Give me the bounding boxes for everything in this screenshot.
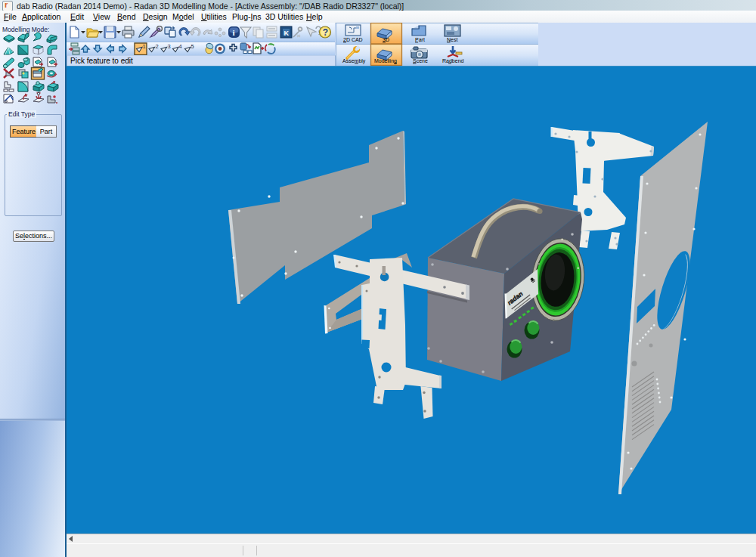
svg-text:3D: 3D: [383, 37, 389, 42]
svg-text:Assembly: Assembly: [342, 58, 366, 64]
svg-text:4: 4: [179, 43, 182, 50]
svg-text:?: ?: [323, 27, 328, 38]
svg-text:2D CAD: 2D CAD: [343, 37, 363, 42]
svg-text:Nest: Nest: [447, 37, 457, 42]
svg-text:K: K: [284, 29, 290, 37]
svg-text:Part: Part: [415, 37, 425, 42]
svg-text:Scene: Scene: [413, 58, 428, 63]
svg-text:i: i: [233, 28, 235, 37]
svg-text:5: 5: [191, 43, 194, 50]
svg-text:2: 2: [156, 43, 159, 50]
svg-text:Modelling: Modelling: [374, 58, 397, 64]
svg-text:Radbend: Radbend: [442, 58, 464, 63]
svg-text:1: 1: [143, 43, 146, 50]
svg-text:3: 3: [168, 43, 171, 50]
